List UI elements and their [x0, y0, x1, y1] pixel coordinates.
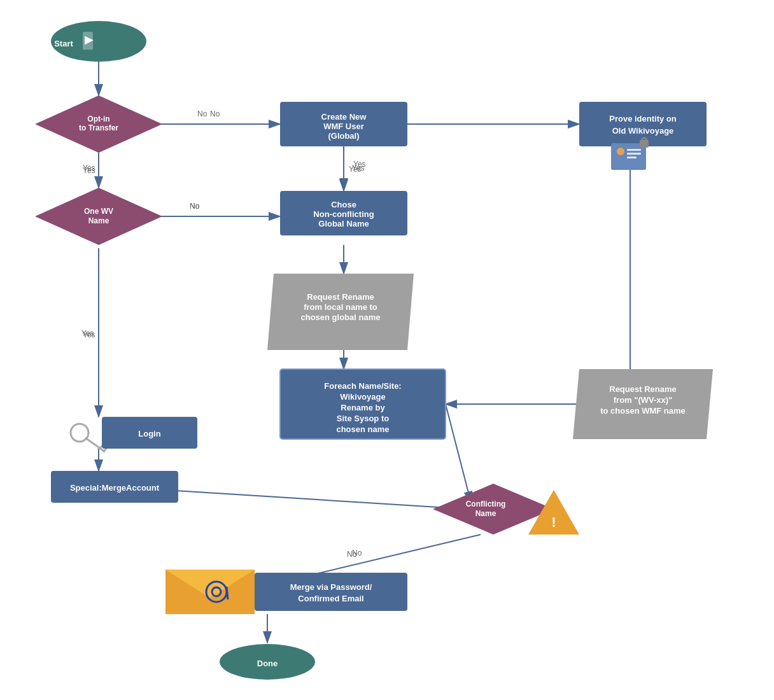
- prove-identity-label-1: Prove identity on: [609, 114, 677, 123]
- arrow-no2-label: No: [190, 202, 200, 211]
- req-wv-label-3: to chosen WMF name: [600, 406, 686, 416]
- chose-label-1: Chose: [331, 200, 356, 209]
- arrow-yes1-label: Yes: [83, 164, 95, 172]
- chose-label-3: Global Name: [318, 219, 369, 228]
- create-wmf-label-3: (Global): [328, 131, 359, 141]
- req-local-label-2: from local name to: [304, 302, 377, 312]
- arrow-yes3-label: Yes: [81, 329, 94, 338]
- foreach-label-1: Foreach Name/Site:: [324, 381, 401, 391]
- req-wv-label-1: Request Rename: [609, 384, 676, 394]
- chose-label-2: Non-conflicting: [313, 209, 374, 219]
- done-label: Done: [257, 659, 278, 668]
- flowchart: No Yes No Yes Yes No ▶ Start Opt-in to T…: [0, 0, 774, 700]
- foreach-label-2: Wikivoyage: [340, 392, 385, 402]
- lock-body: [640, 140, 649, 148]
- req-local-label-1: Request Rename: [307, 292, 374, 302]
- prove-identity-node: [579, 102, 707, 146]
- conflicting-label-2: Name: [475, 509, 496, 518]
- prove-identity-label-2: Old Wikivoyage: [612, 126, 674, 136]
- foreach-label-3: Rename by: [341, 403, 385, 412]
- special-merge-label: Special:MergeAccount: [70, 483, 160, 493]
- one-wv-label-1: One WV: [84, 207, 113, 216]
- foreach-label-5: chosen name: [336, 424, 389, 434]
- optin-label-2: to Transfer: [79, 123, 118, 132]
- login-label: Login: [138, 429, 160, 438]
- create-wmf-label-1: Create New: [321, 112, 367, 122]
- optin-label-1: Opt-in: [87, 115, 109, 123]
- conflicting-label-1: Conflicting: [466, 500, 506, 508]
- merge-email-label-1: Merge via Password/: [290, 582, 372, 592]
- email-at-tail: [227, 587, 228, 599]
- arrow-special-conflict: [165, 490, 468, 509]
- id-line-2: [627, 153, 641, 155]
- id-line-1: [627, 149, 641, 151]
- yes2-label-actual: Yes: [349, 165, 362, 174]
- foreach-label-4: Site Sysop to: [337, 414, 389, 423]
- id-line-3: [627, 157, 637, 158]
- arrow-no1-label: No: [210, 109, 220, 118]
- start-icon: ▶: [85, 33, 94, 46]
- arrow-no3-label: No: [352, 549, 362, 557]
- one-wv-label-2: Name: [88, 216, 109, 225]
- req-wv-label-2: from "(WV-xx)": [614, 395, 673, 405]
- start-label: Start: [54, 39, 73, 48]
- create-wmf-label-2: WMF User: [323, 122, 364, 131]
- merge-email-label-2: Confirmed Email: [298, 594, 363, 603]
- id-card-avatar: [617, 148, 624, 155]
- label-no1: No: [197, 109, 208, 118]
- arrow-foreach-conflict: [446, 404, 471, 503]
- req-local-label-3: chosen global name: [301, 312, 381, 322]
- warning-icon: !: [551, 514, 556, 530]
